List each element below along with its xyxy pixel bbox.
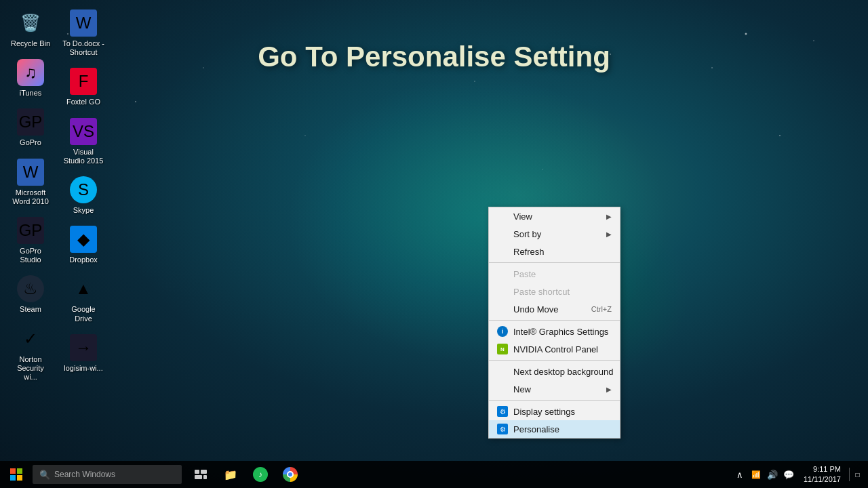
google-drive-label: Google Drive [62, 305, 104, 323]
new-label: New [513, 384, 531, 394]
desktop-icon-gopro[interactable]: GPGoPro [7, 106, 54, 150]
desktop-icon-skype[interactable]: SSkype [60, 174, 107, 218]
gopro-studio-icon-image: GP [17, 217, 44, 244]
file-explorer-button[interactable]: 📁 [217, 461, 244, 488]
display-settings-label: Display settings [513, 407, 575, 417]
svg-rect-0 [10, 468, 16, 474]
itunes-label: iTunes [20, 89, 42, 98]
clock-date: 11/11/2017 [804, 474, 841, 485]
svg-rect-5 [201, 470, 207, 474]
search-icon: 🔍 [39, 470, 50, 480]
view-icon-spacer [497, 211, 508, 222]
desktop-icon-steam[interactable]: ♨Steam [7, 272, 54, 317]
chrome-button[interactable] [277, 461, 304, 488]
desktop-icon-todo[interactable]: WTo Do.docx - Shortcut [60, 7, 107, 60]
paste-shortcut-icon-spacer [497, 286, 508, 297]
gopro-icon-image: GP [17, 108, 44, 136]
svg-rect-7 [203, 475, 207, 479]
desktop-icon-microsoft-word[interactable]: WMicrosoft Word 2010 [7, 156, 54, 209]
gopro-label: GoPro [20, 138, 41, 147]
undo-move-label: Undo Move [513, 304, 558, 314]
task-view-button[interactable] [187, 461, 214, 488]
action-center-icon[interactable]: 💬 [782, 468, 795, 481]
personalise-label: Personalise [513, 424, 559, 434]
dropbox-icon-image: ◆ [70, 226, 97, 253]
start-button[interactable] [0, 461, 33, 488]
menu-separator-sep2 [489, 320, 620, 321]
desktop-icon-logisim[interactable]: →logisim-wi... [60, 331, 107, 375]
new-icon-spacer [497, 384, 508, 394]
menu-item-personalise[interactable]: ⚙Personalise [489, 420, 620, 438]
paste-label: Paste [513, 269, 536, 279]
menu-item-new[interactable]: New▶ [489, 380, 620, 398]
menu-item-paste: Paste [489, 265, 620, 283]
desktop-icon-google-drive[interactable]: ▲Google Drive [60, 272, 107, 325]
menu-separator-sep3 [489, 360, 620, 361]
new-arrow: ▶ [606, 386, 612, 393]
menu-item-sort-by[interactable]: Sort by▶ [489, 225, 620, 243]
desktop-icon-norton[interactable]: ✓Norton Security wi... [7, 323, 54, 385]
svg-rect-2 [10, 475, 16, 481]
show-desktop[interactable]: □ [849, 468, 863, 481]
network-icon[interactable]: 📶 [749, 468, 763, 481]
sort-by-icon-spacer [497, 228, 508, 239]
clock-time: 9:11 PM [804, 464, 841, 474]
foxtel-go-icon-image: F [70, 68, 97, 95]
menu-item-intel-graphics[interactable]: iIntel® Graphics Settings [489, 323, 620, 340]
view-label: View [513, 211, 532, 222]
volume-icon[interactable]: 🔊 [766, 468, 779, 481]
microsoft-word-icon-image: W [17, 159, 44, 186]
svg-rect-6 [195, 475, 202, 479]
desktop-icon-dropbox[interactable]: ◆Dropbox [60, 223, 107, 267]
gopro-studio-label: GoPro Studio [9, 247, 52, 264]
desktop-icon-recycle-bin[interactable]: 🗑️Recycle Bin [7, 7, 54, 51]
context-menu: View▶Sort by▶RefreshPastePaste shortcutU… [488, 207, 620, 439]
visual-studio-label: Visual Studio 2015 [62, 148, 104, 165]
steam-icon-image: ♨ [17, 275, 44, 302]
logisim-icon-image: → [70, 334, 97, 361]
menu-item-next-desktop-bg[interactable]: Next desktop background [489, 363, 620, 380]
view-arrow: ▶ [606, 213, 612, 220]
menu-item-refresh[interactable]: Refresh [489, 243, 620, 260]
taskbar: 🔍 📁 ♪ ∧ 📶 [0, 461, 868, 488]
undo-move-icon-spacer [497, 304, 508, 314]
task-view-icon [195, 470, 207, 479]
svg-rect-3 [17, 475, 22, 481]
todo-icon-image: W [70, 9, 97, 37]
desktop: Go To Personalise Setting 🗑️Recycle Bin♫… [0, 0, 868, 488]
todo-label: To Do.docx - Shortcut [62, 39, 104, 57]
desktop-icon-gopro-studio[interactable]: GPGoPro Studio [7, 214, 54, 267]
menu-item-paste-shortcut: Paste shortcut [489, 283, 620, 300]
clock[interactable]: 9:11 PM 11/11/2017 [798, 464, 846, 485]
spotify-button[interactable]: ♪ [247, 461, 274, 488]
taskbar-middle: 📁 ♪ [187, 461, 304, 488]
menu-item-display-settings[interactable]: ⚙Display settings [489, 403, 620, 420]
sort-by-label: Sort by [513, 229, 541, 239]
svg-rect-4 [195, 470, 199, 474]
foxtel-go-label: Foxtel GO [66, 98, 100, 106]
desktop-icon-itunes[interactable]: ♫iTunes [7, 56, 54, 100]
logisim-label: logisim-wi... [64, 364, 102, 373]
nvidia-control-icon: N [497, 344, 508, 354]
next-desktop-bg-icon-spacer [497, 366, 508, 377]
menu-item-view[interactable]: View▶ [489, 207, 620, 225]
refresh-label: Refresh [513, 247, 545, 257]
desktop-icon-foxtel-go[interactable]: FFoxtel GO [60, 65, 107, 109]
search-input[interactable] [54, 470, 175, 479]
microsoft-word-label: Microsoft Word 2010 [9, 188, 52, 206]
intel-graphics-icon: i [497, 326, 508, 337]
menu-item-undo-move[interactable]: Undo MoveCtrl+Z [489, 300, 620, 318]
skype-icon-image: S [70, 176, 97, 203]
menu-separator-sep4 [489, 400, 620, 401]
refresh-icon-spacer [497, 246, 508, 257]
tray-chevron[interactable]: ∧ [733, 468, 747, 481]
windows-icon [10, 468, 22, 481]
desktop-icon-visual-studio[interactable]: VSVisual Studio 2015 [60, 115, 107, 168]
itunes-icon-image: ♫ [17, 59, 44, 86]
menu-item-nvidia-control[interactable]: NNVIDIA Control Panel [489, 340, 620, 358]
nvidia-control-label: NVIDIA Control Panel [513, 344, 598, 354]
search-bar[interactable]: 🔍 [33, 465, 182, 484]
visual-studio-icon-image: VS [70, 118, 97, 145]
google-drive-icon-image: ▲ [70, 275, 97, 302]
tutorial-text: Go To Personalise Setting [0, 41, 868, 73]
